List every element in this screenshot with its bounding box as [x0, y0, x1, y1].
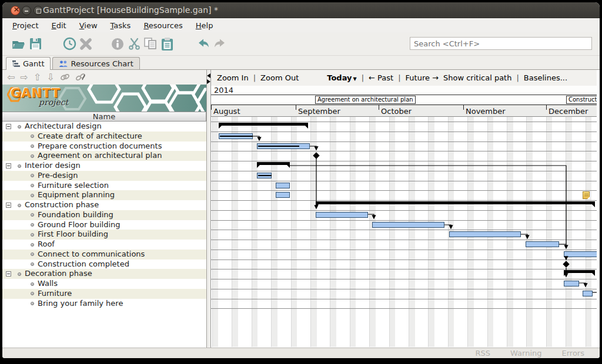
menu-project[interactable]: Project: [6, 20, 45, 31]
task-name: Furniture: [38, 289, 72, 299]
task-name: Bring your family here: [38, 299, 123, 309]
tab-gantt-label: Gantt: [23, 59, 44, 68]
save-project-button[interactable]: [28, 36, 43, 52]
task-name: Walls: [38, 279, 58, 289]
task-row[interactable]: Roof: [2, 240, 206, 250]
task-row[interactable]: Pre-design: [2, 171, 206, 181]
copy-button[interactable]: [143, 36, 158, 52]
task-bullet-icon: [31, 233, 34, 237]
task-row[interactable]: Architectural design: [2, 122, 206, 132]
task-bullet-icon: [31, 302, 34, 305]
unlink-tasks-icon[interactable]: [75, 73, 86, 81]
task-row[interactable]: Construction completed: [2, 259, 206, 269]
titlebar[interactable]: GanttProject [HouseBuildingSample.gan] *: [2, 2, 600, 18]
task-row[interactable]: Walls: [2, 279, 206, 289]
month-tick: [379, 105, 379, 110]
task-bullet-icon: [31, 134, 34, 138]
delete-x-icon: [79, 37, 93, 51]
task-bullet-icon: [18, 125, 21, 129]
task-row[interactable]: Create draft of architecture: [2, 132, 206, 141]
chart-grid: [211, 117, 597, 347]
move-up-icon[interactable]: ⇧: [34, 73, 41, 82]
tab-gantt[interactable]: Gantt: [6, 57, 51, 70]
menu-tasks[interactable]: Tasks: [104, 20, 138, 31]
indent-left-icon[interactable]: ⇦: [7, 73, 15, 82]
task-tree-panel: ⇦ ⇨ ⇧ ⇩: [2, 70, 207, 348]
search-input[interactable]: [410, 37, 592, 50]
main-area: ⇦ ⇨ ⇧ ⇩: [2, 70, 600, 348]
task-name: Connect to communications: [38, 250, 145, 259]
separator: |: [398, 73, 400, 82]
future-button[interactable]: Future →: [406, 73, 439, 82]
task-name: Decoration phase: [25, 269, 92, 279]
paste-button[interactable]: [159, 36, 175, 52]
task-row[interactable]: Furniture selection: [2, 181, 206, 191]
collapse-toggle-icon[interactable]: [6, 271, 11, 277]
collapse-toggle-icon[interactable]: [6, 203, 11, 208]
task-name: Interior design: [25, 161, 81, 171]
task-bullet-icon: [31, 154, 34, 158]
status-warning-button[interactable]: Warning: [510, 349, 541, 358]
delete-task-button[interactable]: [78, 36, 93, 52]
name-column-header[interactable]: Name: [2, 112, 206, 122]
task-row[interactable]: Prepare construction documents: [2, 141, 206, 151]
status-rss-button[interactable]: RSS: [476, 349, 491, 358]
zoom-out-button[interactable]: Zoom Out: [260, 73, 299, 82]
task-row[interactable]: Agreement on architectural plan: [2, 151, 206, 161]
today-dropdown-icon[interactable]: ▼: [353, 76, 357, 82]
collapse-toggle-icon[interactable]: [6, 163, 11, 168]
task-bullet-icon: [31, 243, 34, 247]
month-label: December: [549, 107, 588, 116]
indent-right-icon[interactable]: ⇨: [20, 73, 28, 82]
task-row[interactable]: Decoration phase: [2, 269, 206, 279]
task-row[interactable]: First Floor building: [2, 230, 206, 240]
minimize-button[interactable]: [22, 6, 31, 15]
task-row[interactable]: Connect to communications: [2, 250, 206, 259]
task-bullet-icon: [18, 272, 21, 276]
task-name: Roof: [38, 240, 55, 250]
link-tasks-icon[interactable]: [60, 73, 70, 81]
move-down-icon[interactable]: ⇩: [46, 73, 54, 82]
status-errors-button[interactable]: Errors: [562, 349, 584, 358]
task-row[interactable]: Furniture: [2, 289, 206, 299]
task-row[interactable]: Foundation building: [2, 210, 206, 220]
timeline-year: 2014: [211, 86, 597, 95]
task-bullet-icon: [31, 282, 34, 286]
main-toolbar: [2, 32, 600, 56]
task-bullet-icon: [31, 292, 34, 295]
task-name: Pre-design: [38, 171, 78, 181]
maximize-button[interactable]: [34, 6, 43, 15]
redo-button[interactable]: [212, 36, 228, 52]
task-row[interactable]: Bring your family here: [2, 299, 206, 309]
past-button[interactable]: ← Past: [369, 73, 393, 82]
task-row[interactable]: Equipment planning: [2, 190, 206, 200]
task-name: Ground Floor building: [38, 220, 121, 230]
menu-view[interactable]: View: [73, 20, 104, 31]
properties-button[interactable]: [110, 36, 125, 52]
undo-button[interactable]: [196, 36, 211, 52]
collapse-toggle-icon[interactable]: [6, 124, 11, 129]
menu-resources[interactable]: Resources: [137, 20, 189, 31]
menu-edit[interactable]: Edit: [45, 20, 73, 31]
ganttproject-logo: GANTT project: [2, 85, 206, 112]
close-button[interactable]: [11, 6, 20, 15]
task-name: Furniture selection: [38, 181, 109, 191]
separator: |: [362, 73, 364, 82]
task-name: Construction phase: [25, 200, 99, 210]
open-project-button[interactable]: [11, 36, 26, 52]
gantt-chart-panel: Zoom In|Zoom OutToday▼|← Past|Future →Sh…: [210, 70, 597, 348]
task-row[interactable]: Ground Floor building: [2, 220, 206, 230]
task-properties-button[interactable]: [62, 36, 77, 52]
tab-resources-chart[interactable]: Resources Chart: [52, 57, 139, 69]
zoom-in-button[interactable]: Zoom In: [217, 73, 249, 82]
task-row[interactable]: Construction phase: [2, 200, 206, 210]
task-note-icon[interactable]: [583, 191, 590, 199]
today-button[interactable]: Today▼: [327, 73, 356, 82]
show-critical-path-button[interactable]: Show critical path: [443, 73, 511, 82]
menu-help[interactable]: Help: [189, 20, 220, 31]
task-row[interactable]: Interior design: [2, 161, 206, 171]
baselines-button[interactable]: Baselines...: [524, 73, 567, 82]
cut-button[interactable]: [126, 36, 142, 52]
separator: |: [253, 73, 256, 82]
month-tick: [296, 105, 296, 110]
